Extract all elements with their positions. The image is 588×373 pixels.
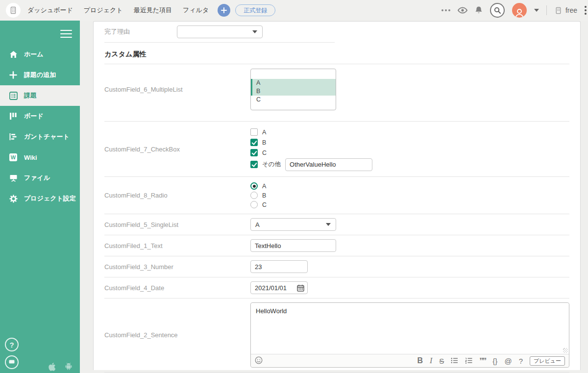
radio-c[interactable] xyxy=(250,201,258,208)
sidebar-item-project-settings[interactable]: プロジェクト設定 xyxy=(0,188,80,209)
bold-icon[interactable]: B xyxy=(417,357,423,365)
avatar[interactable] xyxy=(512,3,527,18)
completion-reason-label: 完了理由 xyxy=(104,27,177,36)
checkbox-option: A xyxy=(250,127,372,137)
sidebar-bottom: ? xyxy=(0,338,80,373)
plan-building-icon xyxy=(554,6,563,15)
add-button[interactable] xyxy=(218,4,230,17)
sidebar-item-label: ガントチャート xyxy=(24,132,70,141)
radio-a[interactable] xyxy=(250,182,258,190)
field-label: CustomField_8_Radio xyxy=(104,192,250,199)
sidebar-item-wiki[interactable]: W Wiki xyxy=(0,147,80,168)
search-button[interactable] xyxy=(490,3,505,18)
issue-list-icon xyxy=(9,91,18,100)
select-caret-icon xyxy=(326,223,331,226)
sidebar-item-label: Wiki xyxy=(24,154,37,161)
sidebar: ホーム 課題の追加 課題 ボード xyxy=(0,21,80,373)
mention-icon[interactable]: @ xyxy=(504,357,512,365)
strikethrough-icon[interactable]: S xyxy=(439,357,444,365)
sidebar-item-label: 課題の追加 xyxy=(24,71,56,79)
editor-toolbar: B I S ”” {} @ ? xyxy=(251,354,569,367)
plus-icon xyxy=(221,7,227,13)
sidebar-item-label: ホーム xyxy=(24,50,44,59)
building-icon xyxy=(9,6,18,15)
single-list-select[interactable]: A xyxy=(250,218,336,231)
single-list-value: A xyxy=(255,221,260,228)
android-icon[interactable] xyxy=(64,362,73,370)
issue-form: 完了理由 カスタム属性 CustomField_6_MultipleList A… xyxy=(93,21,581,370)
sidebar-item-gantt[interactable]: ガントチャート xyxy=(0,126,80,147)
checkbox-option-other: その他 xyxy=(250,158,372,171)
sidebar-item-board[interactable]: ボード xyxy=(0,106,80,126)
field-label: CustomField_5_SingleList xyxy=(104,221,250,228)
list-option-empty[interactable] xyxy=(251,69,336,79)
account-caret-icon[interactable] xyxy=(534,9,539,12)
sidebar-item-issues[interactable]: 課題 xyxy=(0,85,80,106)
board-icon xyxy=(9,112,18,121)
feedback-button[interactable] xyxy=(5,355,19,369)
italic-icon[interactable]: I xyxy=(430,357,432,365)
help-button[interactable]: ? xyxy=(5,338,19,351)
sidebar-collapse-button[interactable] xyxy=(60,27,72,40)
watch-icon[interactable] xyxy=(458,7,467,14)
files-icon xyxy=(9,174,18,182)
apple-icon[interactable] xyxy=(49,362,56,371)
nav-projects[interactable]: プロジェクト xyxy=(84,6,123,15)
radio-group: A B C xyxy=(250,181,267,209)
checkbox-other[interactable] xyxy=(250,161,258,168)
sidebar-item-label: プロジェクト設定 xyxy=(24,194,76,203)
field-label: CustomField_4_Date xyxy=(104,284,250,292)
sidebar-item-label: ボード xyxy=(24,112,44,121)
gear-icon xyxy=(9,194,18,203)
multiple-list-listbox[interactable]: A B C xyxy=(250,69,336,110)
emoji-icon[interactable] xyxy=(255,356,263,365)
sidebar-item-home[interactable]: ホーム xyxy=(0,44,80,65)
quote-icon[interactable]: ”” xyxy=(479,357,486,365)
nav-recently-viewed[interactable]: 最近見た項目 xyxy=(134,6,172,15)
checkbox-a[interactable] xyxy=(250,128,258,136)
number-field-input[interactable] xyxy=(250,260,308,273)
topbar-separator xyxy=(546,5,547,15)
notifications-bell-icon[interactable] xyxy=(475,6,483,15)
markdown-help-icon[interactable]: ? xyxy=(519,357,523,365)
browser-menu-icon[interactable] xyxy=(585,6,587,15)
checkbox-c[interactable] xyxy=(250,149,258,156)
sidebar-item-add-issue[interactable]: 課題の追加 xyxy=(0,65,80,85)
completion-reason-row: 完了理由 xyxy=(104,22,569,42)
plan-indicator[interactable]: free xyxy=(554,6,577,15)
text-field-input[interactable] xyxy=(250,239,336,252)
radio-option: A xyxy=(250,181,267,191)
list-option[interactable]: C xyxy=(251,96,336,104)
chat-icon xyxy=(9,360,15,365)
field-label: CustomField_7_CheckBox xyxy=(104,146,250,153)
field-row-number: CustomField_3_Number xyxy=(104,256,569,277)
radio-option: B xyxy=(250,191,267,200)
calendar-icon[interactable] xyxy=(297,284,304,292)
resize-grip[interactable] xyxy=(563,348,568,353)
wiki-icon: W xyxy=(9,153,18,162)
gantt-chart-icon xyxy=(9,132,18,141)
list-option[interactable]: B xyxy=(251,87,336,96)
register-button[interactable]: 正式登録 xyxy=(235,4,275,16)
completion-reason-select[interactable] xyxy=(177,25,263,38)
nav-filter[interactable]: フィルタ xyxy=(183,6,209,15)
nav-dashboard[interactable]: ダッシュボード xyxy=(27,6,73,15)
other-value-input[interactable] xyxy=(285,158,372,171)
radio-b[interactable] xyxy=(250,192,258,199)
more-menu-icon[interactable] xyxy=(441,9,450,11)
sidebar-item-files[interactable]: ファイル xyxy=(0,168,80,188)
list-option[interactable]: A xyxy=(251,79,336,87)
checkbox-b[interactable] xyxy=(250,139,258,146)
sentence-textarea[interactable] xyxy=(251,303,569,354)
field-row-radio: CustomField_8_Radio A B C xyxy=(104,177,569,214)
app-logo[interactable] xyxy=(6,3,21,18)
preview-button[interactable]: プレビュー xyxy=(530,356,565,366)
numbered-list-icon[interactable] xyxy=(465,357,472,365)
date-field xyxy=(250,281,308,294)
bullet-list-icon[interactable] xyxy=(451,357,458,365)
code-icon[interactable]: {} xyxy=(492,357,497,365)
field-label: CustomField_3_Number xyxy=(104,263,250,271)
radio-option: C xyxy=(250,200,267,209)
field-label: CustomField_2_Sentence xyxy=(104,331,250,339)
checkbox-option: B xyxy=(250,137,372,148)
